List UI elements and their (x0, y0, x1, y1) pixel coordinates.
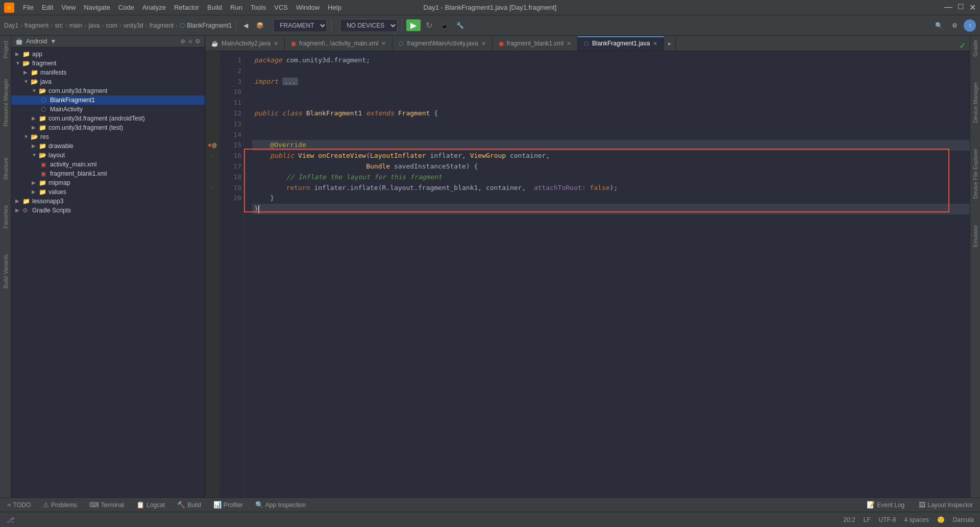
fold-icon-19[interactable]: ↑ (211, 184, 214, 192)
sidebar-emulator-label[interactable]: Emulator (972, 225, 978, 247)
tree-item-res[interactable]: ▼ 📂 res (11, 132, 205, 141)
sidebar-device-manager-label[interactable]: Device Manager (972, 82, 978, 123)
tab-more[interactable]: ▸ (664, 36, 676, 51)
bc-main[interactable]: main (69, 22, 82, 29)
tree-item-manifests[interactable]: ▶ 📁 manifests (11, 68, 205, 77)
menu-window[interactable]: Window (292, 2, 323, 13)
tool-logcat[interactable]: 📋 Logcat (133, 500, 168, 510)
menu-tools[interactable]: Tools (247, 2, 270, 13)
search-everywhere-button[interactable]: 🔍 (932, 21, 946, 30)
tool-problems[interactable]: ⚠ Problems (40, 500, 80, 510)
update-button[interactable]: ↑ (964, 19, 976, 32)
tree-item-fragment[interactable]: ▼ 📂 fragment (11, 59, 205, 68)
close-button[interactable]: ✕ (969, 3, 976, 12)
tree-item-androidtest[interactable]: ▶ 📁 com.unity3d.fragment (androidTest) (11, 114, 205, 123)
android-icon: 🤖 (15, 38, 23, 45)
tree-item-drawable[interactable]: ▶ 📁 drawable (11, 141, 205, 151)
project-settings-icon[interactable]: ⚙ (195, 38, 201, 45)
tool-terminal[interactable]: ⌨ Terminal (86, 500, 127, 510)
project-dropdown-arrow[interactable]: ▼ (50, 38, 56, 45)
tool-build[interactable]: 🔨 Build (174, 500, 204, 510)
tool-layout-inspector[interactable]: 🖼 Layout Inspector (916, 500, 976, 510)
sidebar-gradle-label[interactable]: Gradle (972, 40, 978, 57)
project-collapse-icon[interactable]: ≡ (188, 38, 192, 45)
tab-mainactivity2[interactable]: ☕ MainActivity2.java ✕ (205, 36, 285, 51)
bc-com[interactable]: com (106, 22, 117, 29)
tree-item-lessonapp3[interactable]: ▶ 📁 lessonapp3 (11, 197, 205, 206)
project-sync-icon[interactable]: ⊕ (180, 38, 185, 45)
sync-button[interactable]: ↻ (423, 19, 435, 31)
tree-item-test[interactable]: ▶ 📁 com.unity3d.fragment (test) (11, 123, 205, 132)
cursor-position[interactable]: 20:2 (843, 516, 855, 523)
tool-profiler[interactable]: 📊 Profiler (210, 500, 246, 510)
theme-label[interactable]: Darcula (953, 516, 974, 523)
tab-activity-main-xml-close[interactable]: ✕ (381, 40, 386, 47)
sidebar-resource-manager-label[interactable]: Resource Manager (3, 79, 9, 127)
menu-file[interactable]: File (19, 2, 37, 13)
fragment-selector[interactable]: FRAGMENT (273, 19, 327, 32)
indent-settings[interactable]: 4 spaces (904, 516, 929, 523)
tool-event-log[interactable]: 📝 Event Log (864, 500, 908, 510)
bc-fragment[interactable]: fragment (24, 22, 48, 29)
tab-blankfragment1-java[interactable]: ⬡ BlankFragment1.java ✕ (578, 36, 664, 51)
tab-activity-main-xml[interactable]: ▣ fragment\...\activity_main.xml ✕ (285, 36, 393, 51)
avd-manager-button[interactable]: 📱 (437, 21, 451, 30)
tree-item-blankfragment1[interactable]: ⬡ BlankFragment1 (11, 95, 205, 105)
tree-item-values[interactable]: ▶ 📁 values (11, 187, 205, 197)
menu-view[interactable]: View (58, 2, 79, 13)
tree-item-app[interactable]: ▶ 📁 app (11, 50, 205, 59)
menu-run[interactable]: Run (227, 2, 246, 13)
encoding[interactable]: UTF-8 (879, 516, 896, 523)
tool-app-inspection[interactable]: 🔍 App Inspection (252, 500, 309, 510)
toolbar-separator (236, 19, 236, 32)
tab-mainactivity-java-close[interactable]: ✕ (481, 40, 486, 47)
line-ending[interactable]: LF (864, 516, 871, 523)
bc-java[interactable]: java (88, 22, 100, 29)
tree-item-package[interactable]: ▼ 📂 com.unity3d.fragment (11, 86, 205, 95)
bc-fragment2[interactable]: fragment (150, 22, 174, 29)
tree-item-activity-main-xml[interactable]: ▣ activity_main.xml (11, 160, 205, 169)
bc-src[interactable]: src (55, 22, 63, 29)
tab-blankfragment1-java-close[interactable]: ✕ (653, 40, 657, 47)
menu-vcs[interactable]: VCS (271, 2, 291, 13)
menu-edit[interactable]: Edit (38, 2, 57, 13)
tool-todo[interactable]: = TODO (4, 500, 34, 510)
menu-help[interactable]: Help (324, 2, 345, 13)
code-area[interactable]: package com.unity3d.fragment; import ...… (244, 51, 970, 497)
fold-icon-16[interactable]: ↓ (211, 152, 214, 160)
bc-classname[interactable]: BlankFragment1 (187, 22, 232, 29)
tree-item-java[interactable]: ▼ 📂 java (11, 77, 205, 86)
nav-back-button[interactable]: ◀ (240, 21, 251, 30)
editor-content[interactable]: ● @ ↓ ↑ 1 2 3 10 11 12 (205, 51, 970, 497)
maximize-button[interactable]: ☐ (958, 3, 964, 12)
menu-navigate[interactable]: Navigate (80, 2, 113, 13)
menu-refactor[interactable]: Refactor (170, 2, 203, 13)
sidebar-project-label[interactable]: Project (3, 41, 9, 58)
tree-item-fragment-blank1-xml[interactable]: ▣ fragment_blank1.xml (11, 169, 205, 178)
sdk-tools-button[interactable]: 🔧 (453, 21, 467, 30)
bc-unity3d[interactable]: unity3d (124, 22, 143, 29)
menu-analyze[interactable]: Analyze (139, 2, 169, 13)
sidebar-favorites-label[interactable]: Favorites (3, 205, 9, 228)
run-button[interactable]: ▶ (406, 19, 421, 31)
gutter-1 (206, 55, 218, 66)
tree-item-mipmap[interactable]: ▶ 📁 mipmap (11, 178, 205, 187)
menu-build[interactable]: Build (204, 2, 226, 13)
sidebar-structure-label[interactable]: Structure (3, 157, 9, 180)
tab-fragment-blank1-xml[interactable]: ▣ fragment_blank1.xml ✕ (493, 36, 578, 51)
tree-item-mainactivity[interactable]: ⬡ MainActivity (11, 105, 205, 114)
bc-day1[interactable]: Day1 (4, 22, 18, 29)
tree-item-layout[interactable]: ▼ 📂 layout (11, 151, 205, 160)
tree-item-gradle-scripts[interactable]: ▶ ⚙ Gradle Scripts (11, 206, 205, 215)
linenum-18: 18 (222, 172, 241, 183)
sdk-manager-button[interactable]: 📦 (253, 21, 267, 30)
sidebar-build-variants-label[interactable]: Build Variants (3, 254, 9, 289)
device-selector[interactable]: NO DEVICES (340, 19, 398, 32)
sidebar-device-file-explorer-label[interactable]: Device File Explorer (972, 149, 978, 199)
tab-fragment-blank1-xml-close[interactable]: ✕ (567, 40, 571, 47)
tab-mainactivity-java[interactable]: ⬡ fragment\MainActivity.java ✕ (393, 36, 492, 51)
tab-mainactivity2-close[interactable]: ✕ (274, 40, 278, 47)
minimize-button[interactable]: — (944, 3, 952, 12)
settings-button[interactable]: ⚙ (949, 21, 961, 30)
menu-code[interactable]: Code (115, 2, 138, 13)
